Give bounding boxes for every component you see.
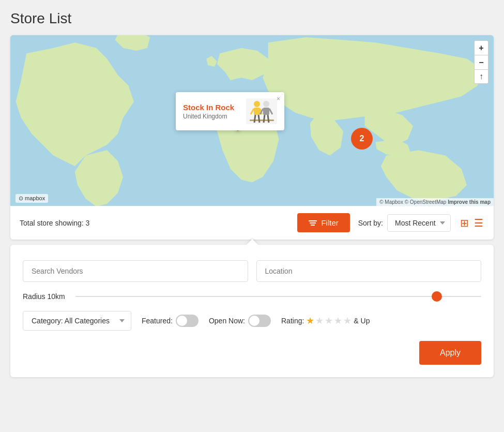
svg-line-12: [268, 115, 269, 123]
search-vendors-input[interactable]: [23, 260, 248, 282]
radius-label: Radius 10km: [23, 292, 69, 301]
star-4[interactable]: ★: [334, 315, 342, 326]
radius-row: Radius 10km: [23, 292, 481, 301]
star-2[interactable]: ★: [315, 315, 324, 326]
map-cluster[interactable]: 2: [351, 128, 373, 150]
main-card: Stock In Rock United Kingdom ×: [10, 35, 494, 240]
filter-button[interactable]: Filter: [297, 213, 349, 232]
sort-select[interactable]: Most Recent Oldest A-Z Z-A: [387, 214, 451, 232]
filter-icon: [309, 220, 317, 226]
open-now-label: Open Now:: [209, 317, 245, 325]
svg-point-7: [263, 101, 269, 107]
apply-row: Apply: [23, 341, 481, 365]
popup-store-name: Stock In Rock: [183, 103, 242, 112]
star-3[interactable]: ★: [325, 315, 333, 326]
zoom-out-button[interactable]: −: [474, 55, 488, 69]
rating-stars[interactable]: ★ ★ ★ ★ ★: [306, 315, 352, 326]
reset-north-button[interactable]: ↑: [474, 69, 488, 84]
category-select[interactable]: Category: All Categories Electronics Clo…: [23, 311, 131, 331]
panel-arrow: [246, 239, 258, 245]
featured-label: Featured:: [142, 317, 173, 325]
toolbar: Total store showing: 3 Filter Sort by: M…: [10, 206, 494, 240]
open-now-toggle-group: Open Now:: [209, 315, 271, 327]
map-attribution: © Mapbox © OpenStreetMap Improve this ma…: [376, 198, 494, 206]
popup-text: Stock In Rock United Kingdom: [183, 103, 242, 120]
zoom-in-button[interactable]: +: [474, 40, 488, 55]
filter-panel: Radius 10km Category: All Categories Ele…: [10, 245, 494, 377]
star-1[interactable]: ★: [306, 315, 314, 326]
svg-point-1: [254, 101, 260, 107]
svg-line-5: [254, 115, 255, 123]
popup-country: United Kingdom: [183, 113, 242, 120]
cluster-count: 2: [360, 134, 364, 143]
radius-slider[interactable]: [75, 296, 481, 297]
sort-label: Sort by:: [358, 219, 383, 227]
filter-search-row: [23, 260, 481, 282]
map-controls: + − ↑: [474, 40, 488, 84]
popup-close-button[interactable]: ×: [277, 95, 280, 102]
svg-line-11: [264, 115, 265, 123]
rating-group: Rating: ★ ★ ★ ★ ★ & Up: [281, 315, 370, 326]
grid-view-icon[interactable]: ⊞: [459, 216, 470, 230]
svg-rect-13: [250, 120, 274, 121]
rating-label: Rating:: [281, 317, 304, 325]
featured-toggle[interactable]: [176, 315, 198, 327]
open-now-toggle[interactable]: [248, 315, 271, 327]
view-icons: ⊞ ☰: [459, 216, 484, 230]
star-5[interactable]: ★: [343, 315, 352, 326]
popup-image: [246, 98, 277, 124]
sort-area: Sort by: Most Recent Oldest A-Z Z-A: [358, 214, 451, 232]
location-input[interactable]: [256, 260, 482, 282]
svg-line-3: [251, 109, 254, 114]
map-popup: Stock In Rock United Kingdom ×: [176, 92, 284, 130]
mapbox-logo: ⊙ mapbox: [16, 194, 48, 203]
page-title: Store List: [10, 10, 494, 27]
total-stores-label: Total store showing: 3: [20, 219, 289, 227]
options-row: Category: All Categories Electronics Clo…: [23, 311, 481, 331]
map-container: Stock In Rock United Kingdom ×: [10, 35, 494, 206]
featured-toggle-group: Featured:: [142, 315, 198, 327]
and-up-label: & Up: [354, 317, 370, 325]
svg-line-6: [258, 115, 259, 123]
svg-line-10: [269, 109, 272, 114]
apply-button[interactable]: Apply: [419, 341, 481, 365]
svg-rect-8: [263, 108, 269, 115]
svg-rect-2: [254, 108, 260, 115]
list-view-icon[interactable]: ☰: [473, 216, 484, 230]
